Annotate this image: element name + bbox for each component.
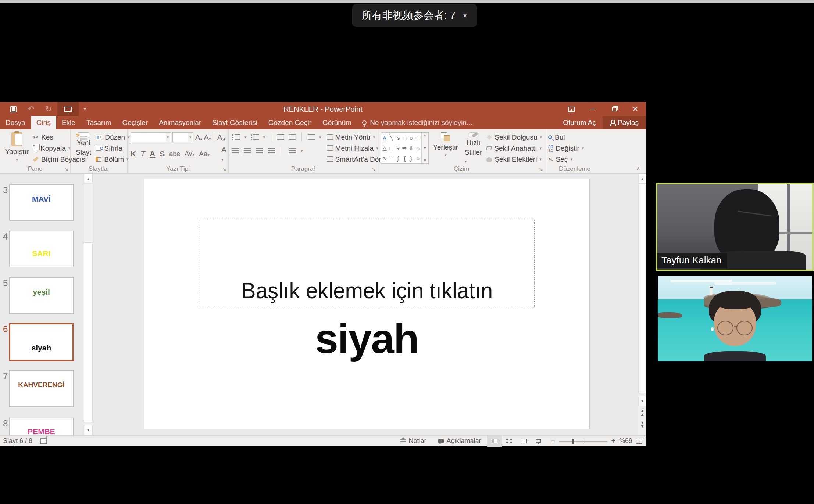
shape-icon[interactable]: ☆	[415, 153, 421, 163]
tab-ekle[interactable]: Ekle	[56, 116, 81, 129]
shape-icon[interactable]: ∿	[381, 153, 388, 163]
close-button[interactable]: ✕	[625, 102, 646, 116]
reset-button[interactable]: Sıfırla	[96, 143, 129, 153]
shape-icon[interactable]: A	[383, 134, 386, 141]
bold-button[interactable]: K	[131, 150, 136, 158]
shape-icon[interactable]: ↘	[394, 133, 401, 143]
ribbon-display-options-button[interactable]: ▴	[561, 102, 582, 116]
bullets-caret-icon[interactable]: ▾	[244, 135, 247, 140]
yazi-tipi-dialog-launcher-icon[interactable]: ↘	[222, 166, 226, 172]
text-shadow-button[interactable]: S	[160, 150, 165, 158]
justify-icon[interactable]	[268, 148, 275, 154]
panel-scroll-down-icon[interactable]: ▼	[84, 425, 93, 435]
shape-icon[interactable]: ⇩	[408, 143, 415, 153]
previous-slide-button[interactable]: ▲▲	[638, 409, 646, 416]
align-center-icon[interactable]	[244, 148, 251, 154]
paste-button[interactable]: Yapıştır ▾	[3, 132, 31, 165]
start-slideshow-button[interactable]	[57, 102, 79, 116]
slide-thumbnail-7[interactable]: KAHVERENGİ	[9, 370, 74, 407]
view-slide-sorter-button[interactable]	[502, 436, 517, 447]
pano-dialog-launcher-icon[interactable]: ↘	[64, 166, 68, 172]
tab-slayt-gosterisi[interactable]: Slayt Gösterisi	[207, 116, 263, 129]
shape-icon[interactable]: ∫	[394, 153, 401, 163]
shape-icon[interactable]: {	[401, 153, 408, 163]
shape-scroll-up-icon[interactable]: ▲	[423, 133, 426, 137]
video-tile-participant-2[interactable]	[658, 276, 812, 361]
tab-gozden-gecir[interactable]: Gözden Geçir	[263, 116, 317, 129]
align-left-icon[interactable]	[232, 148, 239, 154]
shape-fill-button[interactable]: Şekil Dolgusu▾	[486, 132, 542, 142]
shape-icon[interactable]: ⌂	[415, 143, 421, 153]
shape-gallery-scroll[interactable]: ▲ ▼ ⊽	[421, 133, 428, 163]
italic-button[interactable]: T	[140, 150, 145, 158]
participants-banner[interactable]: 所有非视频参会者: 7 ▼	[352, 4, 477, 27]
new-slide-button[interactable]: Yeni Slayt ▾	[74, 132, 93, 165]
shape-effects-button[interactable]: Şekil Efektleri▾	[486, 154, 542, 164]
zoom-slider-thumb[interactable]	[572, 439, 574, 444]
title-placeholder[interactable]: Başlık eklemek için tıklatın	[200, 220, 535, 307]
tell-me-box[interactable]: Ne yapmak istediğinizi söyleyin...	[362, 116, 472, 129]
slide-thumbnail-6-selected[interactable]: siyah	[9, 323, 74, 361]
select-button[interactable]: ↖Seç▾	[548, 154, 584, 164]
shape-icon[interactable]: □	[401, 133, 408, 143]
restore-button[interactable]	[603, 102, 625, 116]
quick-styles-button[interactable]: Hızlı Stiller ▾	[463, 132, 485, 165]
slide-title-text[interactable]: siyah	[144, 314, 589, 363]
tab-tasarim[interactable]: Tasarım	[81, 116, 117, 129]
shape-icon[interactable]: }	[408, 153, 415, 163]
numbering-icon[interactable]	[253, 134, 259, 140]
workspace-scrollbar[interactable]: ▲ ▼ ▲▲ ▼▼	[638, 174, 646, 435]
workspace-scroll-down-icon[interactable]: ▼	[638, 396, 646, 406]
shape-icon[interactable]: ⇨	[401, 143, 408, 153]
slide-thumbnail-4[interactable]: SARI	[9, 231, 74, 267]
strikethrough-button[interactable]: abe	[169, 150, 180, 158]
shape-icon[interactable]: ↳	[394, 143, 401, 153]
numbering-caret-icon[interactable]: ▾	[263, 135, 265, 140]
slide-thumbnail-5[interactable]: yeşil	[9, 277, 74, 314]
shape-icon[interactable]: ∟	[388, 143, 394, 153]
workspace-scrollbar-thumb[interactable]	[638, 184, 646, 393]
increase-indent-icon[interactable]	[289, 134, 296, 140]
shape-icon[interactable]: △	[381, 143, 388, 153]
zoom-slider[interactable]	[559, 441, 607, 442]
panel-scroll-up-icon[interactable]: ▲	[84, 174, 93, 184]
slide-thumbnail-3[interactable]: MAVİ	[9, 184, 74, 221]
find-button[interactable]: Bul	[548, 132, 584, 142]
sign-in-button[interactable]: Oturum Aç	[556, 116, 603, 129]
view-slideshow-button[interactable]	[531, 436, 546, 447]
redo-button[interactable]: ↻	[40, 102, 57, 116]
shape-icon[interactable]: ╲	[388, 133, 394, 143]
comments-toggle[interactable]: Açıklamalar	[432, 436, 487, 447]
save-button[interactable]	[4, 102, 22, 116]
panel-scrollbar-thumb[interactable]	[84, 242, 93, 422]
paragraf-dialog-launcher-icon[interactable]: ↘	[372, 166, 376, 172]
workspace-scroll-up-icon[interactable]: ▲	[638, 174, 646, 184]
align-right-icon[interactable]	[256, 148, 263, 154]
panel-scrollbar[interactable]: ▲ ▼	[84, 174, 93, 435]
share-button[interactable]: Paylaş	[603, 116, 646, 129]
tab-gecisler[interactable]: Geçişler	[117, 116, 153, 129]
notes-edit-icon[interactable]	[40, 438, 47, 444]
replace-button[interactable]: abacDeğiştir▾	[548, 143, 584, 153]
zoom-in-button[interactable]: +	[611, 437, 615, 445]
video-tile-active-speaker[interactable]: Tayfun Kalkan	[656, 183, 814, 271]
view-reading-button[interactable]	[517, 436, 531, 447]
clear-formatting-button[interactable]: A◢	[217, 133, 225, 142]
tab-dosya[interactable]: Dosya	[0, 116, 31, 129]
change-case-button[interactable]: Aa▾	[199, 150, 210, 158]
bullets-icon[interactable]	[235, 134, 240, 140]
tab-giris[interactable]: Giriş	[31, 116, 56, 129]
underline-button[interactable]: A	[150, 150, 155, 158]
shape-outline-button[interactable]: Şekil Anahattı▾	[486, 143, 542, 153]
character-spacing-button[interactable]: AV▾	[185, 150, 194, 158]
grow-font-button[interactable]: A▴	[195, 133, 202, 142]
font-color-button[interactable]: A ▾	[221, 145, 226, 163]
layout-button[interactable]: Düzen▾	[96, 132, 129, 142]
undo-button[interactable]: ↶	[22, 102, 40, 116]
current-slide[interactable]: Başlık eklemek için tıklatın siyah	[144, 179, 590, 429]
collapse-ribbon-icon[interactable]: ∧	[636, 165, 640, 171]
section-button[interactable]: Bölüm▾	[96, 154, 129, 164]
tab-gorunum[interactable]: Görünüm	[317, 116, 357, 129]
notes-toggle[interactable]: Notlar	[394, 436, 432, 447]
fit-to-window-icon[interactable]: +	[636, 439, 642, 444]
